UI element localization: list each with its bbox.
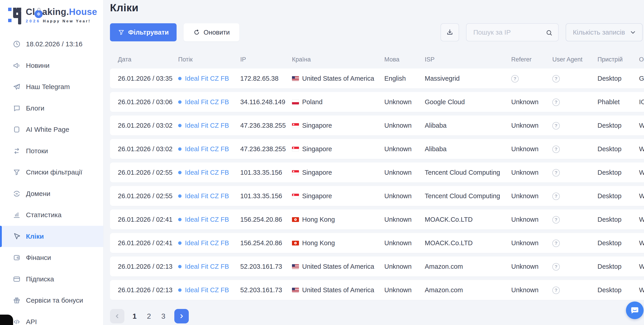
table-row: 26.01.2026 / 02:55 Ideal Fit CZ FB 101.3… [110, 186, 644, 206]
search-input[interactable] [473, 29, 548, 36]
cell-language: Unknown [384, 169, 425, 176]
unknown-user-agent-icon[interactable] [552, 122, 560, 130]
svg-text:w: w [15, 192, 18, 195]
unknown-user-agent-icon[interactable] [552, 286, 560, 294]
unknown-user-agent-icon[interactable] [552, 169, 560, 177]
sidebar-item-ai-white-page[interactable]: AI White Page [0, 119, 103, 140]
sidebar-item-clicks[interactable]: Кліки [0, 226, 103, 247]
stream-link[interactable]: Ideal Fit CZ FB [185, 286, 229, 294]
sidebar-item-subscription[interactable]: Підписка [0, 268, 103, 290]
records-count-select[interactable]: Кількість записів [566, 23, 643, 41]
table-header: Дата Потік IP Країна Мова ISP Referer Us… [110, 54, 644, 65]
referer-text: Unknown [511, 192, 538, 200]
country-name: Singapore [302, 192, 332, 200]
stream-link[interactable]: Ideal Fit CZ FB [185, 263, 229, 270]
stream-link[interactable]: Ideal Fit CZ FB [185, 169, 229, 176]
sidebar-item-finances[interactable]: Фінанси [0, 247, 103, 268]
download-button[interactable] [440, 23, 459, 41]
sidebar-item-filter-lists[interactable]: Списки фільтрації [0, 162, 103, 183]
chat-launcher-button[interactable] [626, 301, 644, 319]
cell-date: 26.01.2026 / 03:02 [118, 122, 178, 129]
country-flag-icon [292, 100, 299, 104]
sidebar-item-api[interactable]: API [0, 311, 103, 325]
cell-isp: Tencent Cloud Computing [425, 169, 511, 176]
cell-device: Desktop [598, 286, 639, 294]
unknown-referer-icon[interactable] [511, 75, 519, 83]
cell-isp: Amazon.com [425, 263, 511, 270]
cell-stream: Ideal Fit CZ FB [178, 122, 240, 129]
page-number-2[interactable]: 2 [147, 312, 151, 320]
unknown-user-agent-icon[interactable] [552, 75, 560, 83]
unknown-user-agent-icon[interactable] [552, 193, 560, 200]
stream-link[interactable]: Ideal Fit CZ FB [185, 239, 229, 247]
unknown-user-agent-icon[interactable] [552, 99, 560, 106]
chevron-left-icon [114, 313, 120, 319]
stream-link[interactable]: Ideal Fit CZ FB [185, 98, 229, 106]
prev-page-button[interactable] [110, 309, 124, 323]
stream-status-dot-icon [178, 77, 182, 80]
streams-icon [13, 147, 20, 155]
cell-date: 26.01.2026 / 03:02 [118, 145, 178, 153]
stream-link[interactable]: Ideal Fit CZ FB [185, 122, 229, 129]
sidebar-item-telegram[interactable]: Наш Telegram [0, 76, 103, 98]
unknown-user-agent-icon[interactable] [552, 216, 560, 223]
country-name: Poland [302, 98, 322, 106]
cell-referer: Unknown [511, 145, 552, 153]
page-title: Кліки [110, 1, 643, 14]
sidebar-item-domains[interactable]: w Домени [0, 183, 103, 205]
sidebar-item-streams[interactable]: Потоки [0, 140, 103, 162]
cell-stream: Ideal Fit CZ FB [178, 145, 240, 153]
referer-text: Unknown [511, 145, 538, 153]
sidebar-item-services-bonuses[interactable]: Сервіси та бонуси [0, 290, 103, 311]
unknown-user-agent-icon[interactable] [552, 146, 560, 153]
country-flag-icon [292, 217, 299, 222]
stream-status-dot-icon [178, 288, 182, 292]
cell-language: Unknown [384, 286, 425, 294]
cell-user-agent [552, 239, 598, 247]
cell-country: United States of America [292, 75, 384, 82]
country-name: United States of America [302, 75, 374, 82]
cell-isp: Tencent Cloud Computing [425, 192, 511, 200]
referer-text: Unknown [511, 122, 538, 129]
sidebar-datetime: 18.02.2026 / 13:16 [0, 34, 103, 55]
unknown-user-agent-icon[interactable] [552, 240, 560, 247]
cell-device: Desktop [598, 192, 639, 200]
cell-country: Singapore [292, 122, 384, 129]
cell-user-agent [552, 121, 598, 130]
sidebar-item-news[interactable]: Новини [0, 55, 103, 76]
app-logo[interactable]: Cl❄aking.House 2026Happy New Year! [8, 6, 103, 25]
sidebar-item-blogs[interactable]: Блоги [0, 98, 103, 119]
stream-link[interactable]: Ideal Fit CZ FB [185, 145, 229, 153]
chat-bubble-icon [630, 305, 640, 315]
chevron-down-icon [630, 29, 636, 36]
table-body: 26.01.2026 / 03:35 Ideal Fit CZ FB 172.8… [110, 69, 643, 300]
code-icon [13, 318, 20, 325]
cell-ip: 172.82.65.38 [240, 75, 292, 82]
next-page-button[interactable] [174, 309, 189, 323]
col-stream: Потік [178, 56, 240, 63]
country-flag-icon [292, 147, 299, 151]
stream-status-dot-icon [178, 194, 182, 198]
page-number-3[interactable]: 3 [162, 312, 166, 320]
cell-date: 26.01.2026 / 02:55 [118, 169, 178, 176]
stream-link[interactable]: Ideal Fit CZ FB [185, 192, 229, 200]
cell-isp: MOACK.Co.LTD [425, 216, 511, 223]
col-user-agent: User Agent [552, 56, 598, 63]
page-number-1[interactable]: 1 [132, 312, 136, 320]
filter-button[interactable]: Фільтрувати [110, 23, 176, 41]
col-language: Мова [384, 56, 425, 63]
cell-country: Hong Kong [292, 239, 384, 247]
cell-device: Desktop [598, 75, 639, 82]
stream-status-dot-icon [178, 218, 182, 221]
cell-isp: Alibaba [425, 145, 511, 153]
stream-link[interactable]: Ideal Fit CZ FB [185, 75, 229, 82]
cell-ip: 156.254.20.86 [240, 239, 292, 247]
cell-referer: Unknown [511, 263, 552, 270]
cell-date: 26.01.2026 / 03:06 [118, 98, 178, 106]
domains-icon: w [13, 190, 20, 198]
refresh-button[interactable]: Оновити [184, 23, 239, 41]
stream-link[interactable]: Ideal Fit CZ FB [185, 216, 229, 223]
unknown-user-agent-icon[interactable] [552, 263, 560, 270]
sidebar-item-statistics[interactable]: Статистика [0, 204, 103, 226]
table-row: 26.01.2026 / 02:41 Ideal Fit CZ FB 156.2… [110, 233, 644, 253]
